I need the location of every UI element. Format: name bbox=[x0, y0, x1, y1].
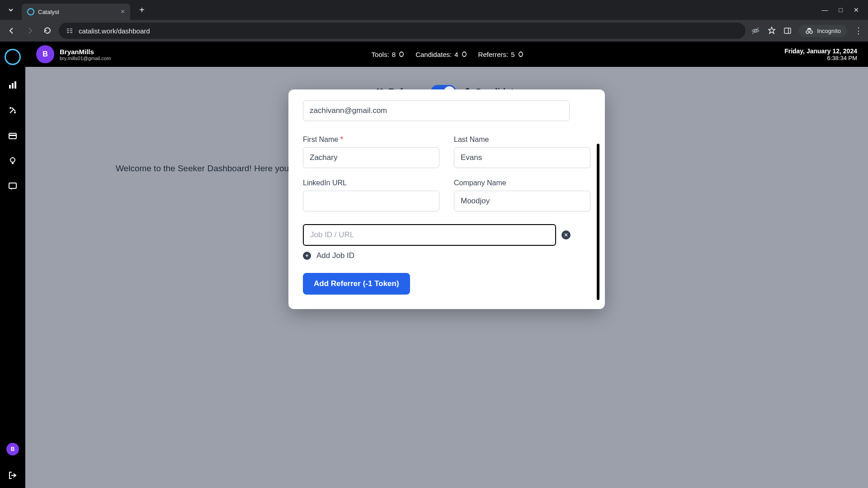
user-avatar: B bbox=[36, 45, 54, 63]
minimize-icon[interactable]: — bbox=[822, 6, 828, 14]
coin-icon bbox=[519, 52, 523, 57]
email-input[interactable] bbox=[303, 100, 570, 121]
stat-referrers: Referrers: 5 bbox=[478, 51, 524, 58]
add-referrer-button[interactable]: Add Referrer (-1 Token) bbox=[303, 273, 410, 295]
stats-bar: Tools: 8 Candidates: 4 Referrers: 5 bbox=[372, 51, 524, 58]
last-name-input[interactable] bbox=[454, 147, 590, 168]
company-label: Company Name bbox=[454, 179, 590, 187]
incognito-chip[interactable]: Incognito bbox=[799, 25, 847, 37]
browser-tab-strip: Catalyst × + — □ ✕ bbox=[0, 0, 868, 20]
svg-rect-14 bbox=[14, 81, 16, 89]
app-logo[interactable] bbox=[5, 49, 21, 65]
svg-point-19 bbox=[10, 158, 15, 162]
tools-icon[interactable] bbox=[7, 105, 18, 116]
svg-line-7 bbox=[752, 28, 759, 34]
user-name: BryanMills bbox=[60, 48, 111, 56]
svg-rect-1 bbox=[70, 28, 72, 29]
add-job-button[interactable]: + Add Job ID bbox=[303, 251, 590, 260]
dashboard-icon[interactable] bbox=[7, 80, 18, 90]
plus-icon: + bbox=[303, 252, 311, 260]
close-window-icon[interactable]: ✕ bbox=[854, 6, 859, 14]
browser-tab[interactable]: Catalyst × bbox=[22, 4, 130, 20]
back-button[interactable] bbox=[5, 24, 18, 37]
current-time: 6:38:34 PM bbox=[784, 55, 857, 61]
incognito-icon bbox=[805, 28, 813, 34]
lightbulb-icon[interactable] bbox=[7, 155, 18, 166]
svg-rect-21 bbox=[9, 183, 16, 188]
close-tab-icon[interactable]: × bbox=[121, 8, 125, 16]
browser-toolbar: catalist.work/dashboard Incognito ⋮ bbox=[0, 20, 868, 42]
logout-icon[interactable] bbox=[7, 470, 18, 481]
address-bar[interactable]: catalist.work/dashboard bbox=[59, 23, 745, 39]
reload-button[interactable] bbox=[42, 25, 53, 37]
svg-point-11 bbox=[810, 31, 812, 33]
coin-icon bbox=[462, 52, 467, 57]
last-name-label: Last Name bbox=[454, 136, 590, 144]
new-tab-button[interactable]: + bbox=[136, 3, 148, 17]
stat-candidates: Candidates: 4 bbox=[415, 51, 467, 58]
chat-icon[interactable] bbox=[7, 181, 18, 192]
eye-off-icon[interactable] bbox=[751, 26, 760, 35]
stat-tools: Tools: 8 bbox=[372, 51, 405, 58]
app-topbar: B BryanMills bry.mills01@gmail.com Tools… bbox=[25, 42, 868, 67]
incognito-label: Incognito bbox=[817, 28, 841, 34]
user-email: bry.mills01@gmail.com bbox=[60, 56, 111, 61]
side-panel-icon[interactable] bbox=[783, 27, 792, 35]
first-name-input[interactable] bbox=[303, 147, 439, 168]
svg-point-10 bbox=[806, 31, 809, 33]
bookmark-star-icon[interactable] bbox=[767, 26, 776, 35]
sidebar-user-avatar[interactable]: B bbox=[6, 443, 19, 455]
company-input[interactable] bbox=[454, 191, 590, 211]
svg-point-15 bbox=[9, 107, 11, 109]
svg-rect-18 bbox=[9, 135, 16, 136]
modal-scrollbar[interactable] bbox=[597, 144, 599, 300]
forward-button[interactable] bbox=[24, 24, 36, 37]
first-name-label: First Name * bbox=[303, 136, 439, 144]
datetime-display: Friday, January 12, 2024 6:38:34 PM bbox=[784, 47, 857, 61]
remove-job-button[interactable]: ✕ bbox=[561, 230, 571, 239]
add-referrer-modal: First Name * Last Name LinkedIn URL bbox=[288, 89, 605, 309]
svg-rect-20 bbox=[12, 163, 14, 164]
main-content: Referrer Candidate Welcome to the Seeker… bbox=[25, 67, 868, 488]
linkedin-label: LinkedIn URL bbox=[303, 179, 439, 187]
browser-menu-icon[interactable]: ⋮ bbox=[854, 26, 863, 36]
window-controls: — □ ✕ bbox=[822, 6, 864, 14]
current-date: Friday, January 12, 2024 bbox=[784, 47, 857, 55]
wallet-icon[interactable] bbox=[7, 130, 18, 141]
svg-rect-8 bbox=[784, 28, 791, 33]
svg-rect-5 bbox=[70, 32, 72, 33]
svg-point-16 bbox=[14, 112, 16, 113]
job-id-input[interactable] bbox=[303, 224, 556, 246]
url-text: catalist.work/dashboard bbox=[79, 27, 150, 35]
svg-rect-4 bbox=[67, 32, 69, 33]
add-job-label: Add Job ID bbox=[316, 251, 354, 260]
svg-rect-2 bbox=[67, 30, 69, 31]
tab-title: Catalyst bbox=[38, 9, 59, 15]
coin-icon bbox=[399, 52, 404, 57]
svg-rect-0 bbox=[67, 28, 69, 29]
linkedin-input[interactable] bbox=[303, 191, 439, 211]
tab-search-button[interactable] bbox=[4, 3, 18, 17]
svg-rect-12 bbox=[9, 85, 11, 89]
svg-rect-13 bbox=[12, 83, 14, 89]
site-settings-icon[interactable] bbox=[66, 27, 73, 34]
app-sidebar: B bbox=[0, 42, 25, 488]
user-chip[interactable]: B BryanMills bry.mills01@gmail.com bbox=[36, 45, 111, 63]
tab-favicon bbox=[27, 8, 34, 15]
maximize-icon[interactable]: □ bbox=[839, 6, 843, 14]
svg-rect-3 bbox=[70, 30, 72, 31]
